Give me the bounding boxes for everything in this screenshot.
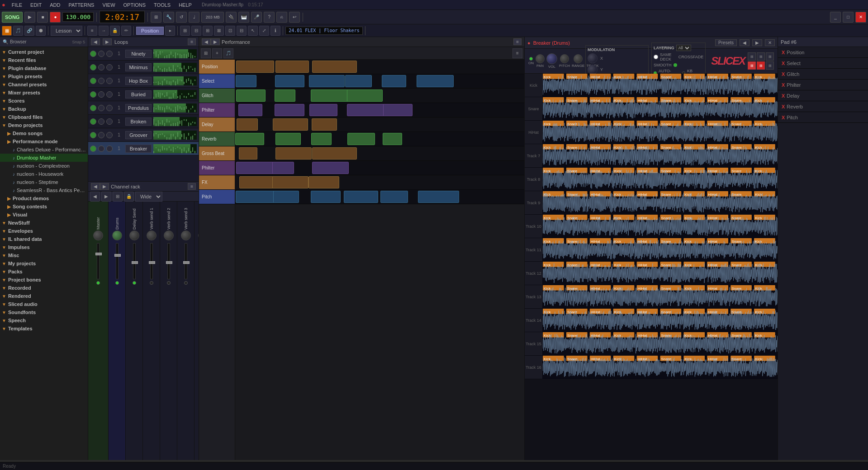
wave-content-11[interactable]: KickSnareHiHatKickHiHatSnareKickHiHatSna… bbox=[543, 332, 778, 355]
clip-1-5[interactable] bbox=[417, 75, 454, 87]
pencil-btn[interactable]: ✏ bbox=[121, 26, 131, 36]
loop-btn-3-1[interactable] bbox=[98, 91, 104, 98]
channel-pan-knob-4[interactable] bbox=[164, 230, 174, 240]
loop-btn-5-0[interactable] bbox=[90, 118, 96, 125]
sidebar-item-22[interactable]: ▼Envelopes bbox=[0, 227, 88, 235]
perf-btn3[interactable]: 🎵 bbox=[223, 48, 233, 58]
loop-btn-6-0[interactable] bbox=[90, 132, 96, 138]
clip-3-2[interactable] bbox=[309, 104, 337, 116]
channel-led-1[interactable] bbox=[115, 281, 119, 285]
loop-button[interactable]: ↺ bbox=[176, 12, 187, 23]
grid-btn6[interactable]: ⊟ bbox=[237, 26, 247, 36]
fader-knob-5[interactable] bbox=[183, 261, 190, 264]
menu-tools[interactable]: TOOLS bbox=[152, 1, 172, 9]
color-btn[interactable]: ⬢ bbox=[36, 26, 46, 36]
perf-track-row-4[interactable] bbox=[235, 118, 524, 132]
perf-track-row-9[interactable] bbox=[235, 190, 524, 204]
menu-add[interactable]: ADD bbox=[48, 1, 62, 9]
sidebar-item-29[interactable]: ▼Recorded bbox=[0, 284, 88, 292]
sidebar-item-12[interactable]: ♪Charles Deluxe - Performance Demo bbox=[0, 146, 88, 154]
loops-nav-next[interactable]: ▶ bbox=[103, 38, 112, 45]
sidebar-item-4[interactable]: ▼Channel presets bbox=[0, 80, 88, 89]
menu-help[interactable]: HELP bbox=[177, 1, 194, 9]
sidebar-item-13[interactable]: ♪Drumloop Masher bbox=[0, 154, 88, 162]
clip-5-2[interactable] bbox=[311, 133, 331, 145]
close-btn[interactable]: ✕ bbox=[855, 12, 866, 23]
sidebar-item-23[interactable]: ▼IL shared data bbox=[0, 235, 88, 243]
loop-btn-2-1[interactable] bbox=[98, 78, 104, 84]
magnet-button[interactable]: 🔧 bbox=[163, 12, 174, 23]
stop-button[interactable]: ■ bbox=[37, 12, 48, 23]
pad-btn-2[interactable]: ⊞ bbox=[757, 52, 765, 61]
clip-4-2[interactable] bbox=[312, 118, 337, 131]
sidebar-item-20[interactable]: ▶Visual bbox=[0, 211, 88, 219]
bpm-display[interactable]: 130.000 bbox=[62, 12, 94, 22]
menu-patterns[interactable]: PATTERNS bbox=[66, 1, 96, 9]
grid-btn3[interactable]: ⊞ bbox=[203, 26, 213, 36]
loop-btn-3-2[interactable] bbox=[106, 91, 113, 98]
wave-content-6[interactable]: KickSnareHiHatKickHiHatSnareKickHiHatSna… bbox=[543, 215, 778, 238]
clip-1-3[interactable] bbox=[345, 75, 372, 87]
channel-led-4[interactable] bbox=[167, 281, 171, 285]
sidebar-item-11[interactable]: ▶Performance mode bbox=[0, 137, 88, 146]
link-btn[interactable]: 🔗 bbox=[24, 26, 34, 36]
pad-btn-4[interactable]: ⊞ bbox=[748, 61, 756, 70]
smooth-led[interactable] bbox=[674, 63, 677, 67]
loop-btn-7-0[interactable] bbox=[90, 146, 96, 152]
channel-led-2[interactable] bbox=[133, 281, 136, 285]
loop-btn-5-2[interactable] bbox=[106, 118, 113, 125]
clip-1-1[interactable] bbox=[275, 75, 304, 87]
wave-content-3[interactable]: KickSnareHiHatKickHiHatSnareKickHiHatSna… bbox=[543, 144, 778, 167]
perf-track-row-1[interactable] bbox=[235, 74, 524, 89]
wave-content-7[interactable]: KickSnareHiHatKickHiHatSnareKickHiHatSna… bbox=[543, 238, 778, 261]
perf-nav-prev[interactable]: ◀ bbox=[202, 38, 211, 45]
wave-content-8[interactable]: KickSnareHiHatKickHiHatSnareKickHiHatSna… bbox=[543, 262, 778, 285]
perf-track-row-2[interactable] bbox=[235, 89, 524, 103]
clip-9-1[interactable] bbox=[273, 191, 299, 203]
clip-7-0[interactable] bbox=[236, 162, 278, 174]
loop-btn-0-2[interactable] bbox=[106, 51, 113, 57]
sidebar-item-9[interactable]: ▼Demo projects bbox=[0, 121, 88, 129]
clip-0-1[interactable] bbox=[275, 61, 309, 73]
clip-8-1[interactable] bbox=[272, 176, 309, 188]
clip-5-1[interactable] bbox=[275, 133, 300, 145]
sidebar-item-17[interactable]: ♪SeamlessR - Bass Antics Performance bbox=[0, 186, 88, 194]
sidebar-item-30[interactable]: ▼Rendered bbox=[0, 292, 88, 300]
right-item-0[interactable]: X Position bbox=[778, 47, 868, 58]
clip-9-3[interactable] bbox=[344, 191, 378, 203]
same-deck-radio[interactable] bbox=[654, 55, 658, 59]
sidebar-item-34[interactable]: ▼Templates bbox=[0, 324, 88, 333]
perf-track-row-5[interactable] bbox=[235, 132, 524, 146]
loop-btn-1-2[interactable] bbox=[106, 64, 113, 70]
song-mode-button[interactable]: SONG bbox=[2, 12, 23, 23]
play-button[interactable]: ▶ bbox=[24, 12, 35, 23]
range-knob[interactable] bbox=[574, 54, 583, 63]
fader-knob-1[interactable] bbox=[114, 254, 121, 257]
sidebar-item-33[interactable]: ▼Speech bbox=[0, 316, 88, 324]
sidebar-item-21[interactable]: ▼NewStuff bbox=[0, 219, 88, 227]
loop-btn-2-2[interactable] bbox=[106, 78, 113, 84]
clip-9-4[interactable] bbox=[380, 191, 408, 203]
clip-5-0[interactable] bbox=[235, 133, 264, 145]
clip-5-4[interactable] bbox=[383, 133, 402, 145]
snap-button[interactable]: ⊞ bbox=[151, 12, 161, 23]
menu-view[interactable]: VIEW bbox=[100, 1, 117, 9]
menu-options[interactable]: OPTIONS bbox=[122, 1, 148, 9]
loop-row-0[interactable]: 1Ninety bbox=[88, 47, 199, 61]
clip-4-1[interactable] bbox=[273, 118, 308, 131]
minimize-btn[interactable]: _ bbox=[830, 12, 841, 23]
loop-btn-4-2[interactable] bbox=[106, 105, 113, 111]
cr-nav-prev[interactable]: ◀ bbox=[91, 183, 100, 190]
pad-btn-1[interactable]: ⊞ bbox=[748, 52, 756, 61]
sidebar-item-25[interactable]: ▼Misc bbox=[0, 251, 88, 259]
loop-btn-0-1[interactable] bbox=[98, 51, 104, 57]
menu-file[interactable]: FILE bbox=[10, 1, 24, 9]
sidebar-item-31[interactable]: ▼Sliced audio bbox=[0, 300, 88, 308]
pitch-knob[interactable] bbox=[560, 54, 569, 63]
clip-9-5[interactable] bbox=[418, 191, 459, 203]
pad-btn-5[interactable]: ⊞ bbox=[757, 61, 765, 70]
sidebar-item-0[interactable]: ▼Current project bbox=[0, 48, 88, 56]
clip-0-0[interactable] bbox=[236, 61, 274, 73]
channel-led-0[interactable] bbox=[96, 281, 100, 285]
wave-content-2[interactable]: KickSnareHiHatKickHiHatSnareKickHiHatSna… bbox=[543, 121, 778, 144]
